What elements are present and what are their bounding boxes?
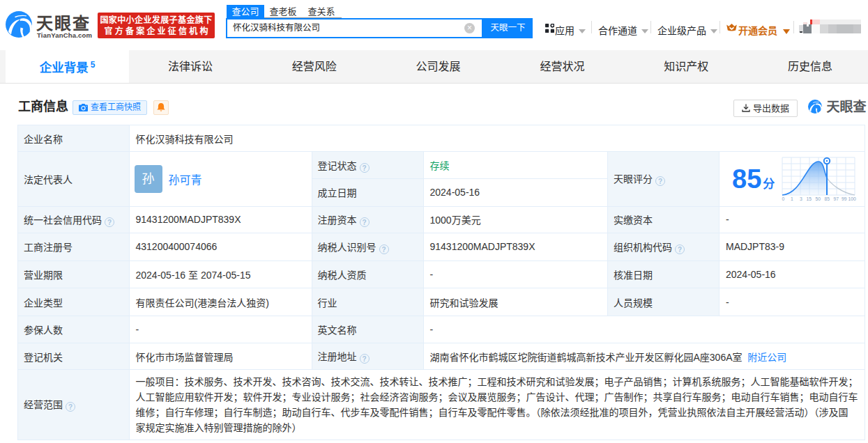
svg-text:97: 97 <box>834 196 839 201</box>
svg-text:50: 50 <box>816 196 821 201</box>
svg-text:99: 99 <box>842 196 847 201</box>
svg-text:1: 1 <box>791 196 793 201</box>
svg-text:0: 0 <box>782 196 785 201</box>
svg-text:15: 15 <box>807 196 812 201</box>
svg-text:100: 100 <box>848 196 857 201</box>
svg-text:3: 3 <box>800 196 802 201</box>
svg-text:85: 85 <box>825 196 830 201</box>
